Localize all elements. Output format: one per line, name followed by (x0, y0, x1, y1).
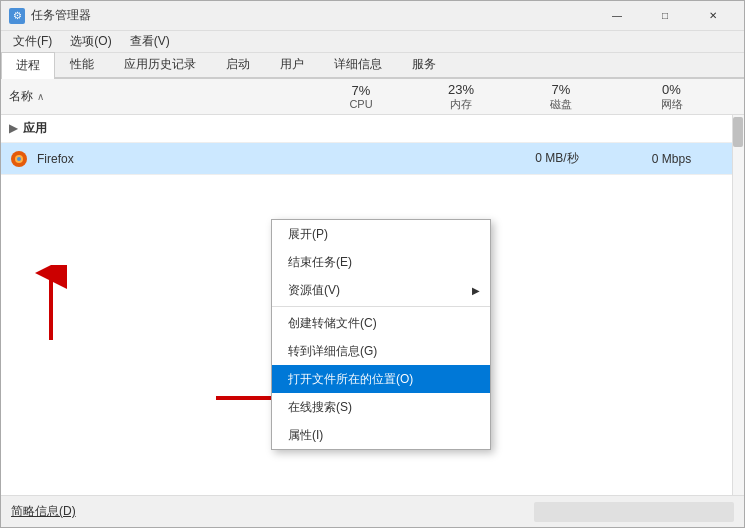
scrollbar-thumb[interactable] (733, 117, 743, 147)
ctx-resource-values[interactable]: 资源值(V) ▶ (272, 276, 490, 304)
col-header-name[interactable]: 名称 ∧ (1, 88, 311, 105)
ctx-expand[interactable]: 展开(P) (272, 220, 490, 248)
ctx-expand-label: 展开(P) (288, 226, 328, 243)
tab-details[interactable]: 详细信息 (319, 51, 397, 77)
col-header-cpu[interactable]: 7% CPU (311, 83, 411, 110)
ctx-properties-label: 属性(I) (288, 427, 323, 444)
scrollbar[interactable] (732, 115, 744, 495)
tab-startup[interactable]: 启动 (211, 51, 265, 77)
disk-percent: 7% (552, 82, 571, 97)
ctx-resource-values-label: 资源值(V) (288, 282, 340, 299)
disk-label: 磁盘 (550, 97, 572, 112)
menu-file[interactable]: 文件(F) (5, 31, 60, 52)
sort-arrow-icon: ∧ (37, 91, 44, 102)
col-header-disk[interactable]: 7% 磁盘 (511, 82, 611, 112)
section-apps: ▶ 应用 (1, 115, 744, 143)
section-apps-label: 应用 (23, 120, 47, 137)
process-row-firefox[interactable]: Firefox 0 MB/秒 0 Mbps (1, 143, 744, 175)
app-icon: ⚙ (9, 8, 25, 24)
col-header-mem[interactable]: 23% 内存 (411, 82, 511, 112)
menu-bar: 文件(F) 选项(O) 查看(V) (1, 31, 744, 53)
tab-bar: 进程 性能 应用历史记录 启动 用户 详细信息 服务 (1, 53, 744, 79)
main-content: 名称 ∧ 7% CPU 23% 内存 7% 磁盘 0% 网络 (1, 79, 744, 495)
submenu-arrow-icon: ▶ (472, 285, 480, 296)
svg-point-2 (17, 157, 21, 161)
firefox-disk: 0 MB/秒 (507, 150, 607, 167)
ctx-search-online-label: 在线搜索(S) (288, 399, 352, 416)
context-menu: 展开(P) 结束任务(E) 资源值(V) ▶ 创建转储文件(C) 转到详细信息(… (271, 219, 491, 450)
ctx-open-location[interactable]: 打开文件所在的位置(O) (272, 365, 490, 393)
col-header-net[interactable]: 0% 网络 (611, 82, 732, 112)
ctx-create-dump-label: 创建转储文件(C) (288, 315, 377, 332)
restore-button[interactable]: □ (642, 1, 688, 31)
firefox-name: Firefox (37, 152, 307, 166)
window-title: 任务管理器 (31, 7, 594, 24)
mem-percent: 23% (448, 82, 474, 97)
cpu-percent: 7% (352, 83, 371, 98)
tab-processes[interactable]: 进程 (1, 52, 55, 79)
ctx-properties[interactable]: 属性(I) (272, 421, 490, 449)
menu-options[interactable]: 选项(O) (62, 31, 119, 52)
ctx-open-location-label: 打开文件所在的位置(O) (288, 371, 413, 388)
ctx-search-online[interactable]: 在线搜索(S) (272, 393, 490, 421)
cpu-label: CPU (349, 98, 372, 110)
ctx-go-to-details[interactable]: 转到详细信息(G) (272, 337, 490, 365)
tab-app-history[interactable]: 应用历史记录 (109, 51, 211, 77)
ctx-create-dump[interactable]: 创建转储文件(C) (272, 309, 490, 337)
col-name-label: 名称 (9, 88, 33, 105)
close-button[interactable]: ✕ (690, 1, 736, 31)
footer-info-panel (534, 502, 734, 522)
ctx-end-task-label: 结束任务(E) (288, 254, 352, 271)
up-arrow-indicator (31, 265, 71, 345)
tab-services[interactable]: 服务 (397, 51, 451, 77)
tab-users[interactable]: 用户 (265, 51, 319, 77)
net-label: 网络 (661, 97, 683, 112)
footer-simple-info[interactable]: 简略信息(D) (11, 503, 76, 520)
app-icon-symbol: ⚙ (13, 10, 22, 21)
minimize-button[interactable]: — (594, 1, 640, 31)
task-manager-window: ⚙ 任务管理器 — □ ✕ 文件(F) 选项(O) 查看(V) 进程 性能 应用… (0, 0, 745, 528)
footer: 简略信息(D) (1, 495, 744, 527)
title-bar: ⚙ 任务管理器 — □ ✕ (1, 1, 744, 31)
section-expand-icon[interactable]: ▶ (9, 122, 17, 135)
ctx-separator-1 (272, 306, 490, 307)
firefox-net: 0 Mbps (607, 152, 736, 166)
menu-view[interactable]: 查看(V) (122, 31, 178, 52)
tab-performance[interactable]: 性能 (55, 51, 109, 77)
mem-label: 内存 (450, 97, 472, 112)
window-controls: — □ ✕ (594, 1, 736, 31)
firefox-icon (9, 149, 29, 169)
net-percent: 0% (662, 82, 681, 97)
table-header: 名称 ∧ 7% CPU 23% 内存 7% 磁盘 0% 网络 (1, 79, 744, 115)
ctx-end-task[interactable]: 结束任务(E) (272, 248, 490, 276)
ctx-go-to-details-label: 转到详细信息(G) (288, 343, 377, 360)
